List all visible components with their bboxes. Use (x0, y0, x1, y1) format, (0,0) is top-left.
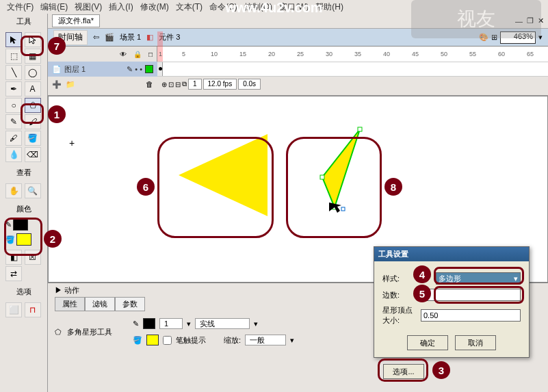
color-swap[interactable]: ⇄ (5, 266, 22, 281)
new-folder-icon[interactable]: 📁 (66, 80, 75, 89)
tool-eyedropper[interactable]: 💧 (5, 147, 22, 162)
fps-display: 12.0 fps (203, 79, 237, 90)
tool-selection[interactable] (5, 32, 22, 47)
tool-pen[interactable]: ✒ (5, 81, 22, 96)
watermark-text: www.4u2v.com (225, 0, 322, 16)
annotation-2: 2 (44, 230, 62, 248)
outline-icon[interactable]: □ (148, 51, 153, 58)
tool-name-label: 多角星形工具 (67, 327, 112, 337)
eye-icon[interactable]: 👁 (120, 51, 127, 58)
cancel-button[interactable]: 取消 (455, 335, 496, 350)
tool-zoom[interactable]: 🔍 (25, 183, 41, 198)
menu-view[interactable]: 视图(V) (72, 1, 105, 13)
registration-cross: + (69, 138, 75, 148)
scale-label: 缩放: (224, 335, 241, 345)
frame-strip[interactable] (157, 62, 548, 77)
time-display: 0.0s (238, 79, 261, 90)
scene-icon: 🎬 (105, 33, 114, 42)
menu-text[interactable]: 文本(T) (173, 1, 205, 13)
menu-file[interactable]: 文件(F) (4, 1, 36, 13)
onion-outline-icon[interactable]: ⊟ (175, 81, 181, 88)
timeline: 👁 🔒 □ 1 5 10 15 20 25 30 35 40 45 50 (48, 47, 548, 96)
tool-lasso[interactable]: ◯ (25, 65, 41, 80)
center-frame-icon[interactable]: ⊕ (161, 81, 167, 88)
layer-row[interactable]: 📄 图层 1 ✎ • • (48, 62, 157, 77)
document-tab[interactable]: 源文件.fla* (52, 14, 100, 27)
toolbox-header-view: 查看 (0, 165, 47, 181)
star-point-input[interactable] (421, 309, 521, 322)
toolbox-header-options: 选项 (0, 284, 47, 300)
ok-button[interactable]: 确定 (407, 335, 448, 350)
annotation-6: 6 (137, 178, 155, 196)
option-snap[interactable]: ⬜ (5, 302, 22, 317)
edit-multi-icon[interactable]: ⧉ (182, 80, 187, 88)
toolbox-header-colors: 颜色 (0, 201, 47, 217)
symbol-icon: ◧ (146, 33, 153, 42)
annotation-1: 1 (48, 105, 66, 123)
tool-hand[interactable]: ✋ (5, 183, 22, 198)
layer-name-text: 图层 1 (64, 64, 86, 75)
lock-icon[interactable]: 🔒 (133, 51, 142, 58)
onion-skin-icon[interactable]: ⊡ (168, 81, 174, 88)
sides-label: 边数: (382, 290, 415, 300)
scene-name[interactable]: 场景 1 (120, 32, 141, 42)
delete-layer-icon[interactable]: 🗑 (146, 80, 153, 88)
tool-paint-bucket[interactable]: 🪣 (25, 131, 41, 146)
menu-modify[interactable]: 修改(M) (138, 1, 172, 13)
annotation-4: 4 (413, 265, 431, 283)
svg-rect-2 (358, 127, 362, 131)
tool-text[interactable]: A (25, 81, 41, 96)
current-frame: 1 (188, 79, 202, 90)
option-magnet[interactable]: ⊓ (25, 302, 41, 317)
star-label: 星形顶点大小: (382, 305, 415, 326)
frame-ruler[interactable]: 1 5 10 15 20 25 30 35 40 45 50 55 60 65 (157, 47, 548, 62)
scale-select[interactable]: 一般 (245, 335, 286, 345)
layer-icon: 📄 (52, 65, 62, 74)
tool-pencil[interactable]: ✎ (5, 114, 22, 129)
tool-free-transform[interactable]: ⬚ (5, 49, 22, 64)
menu-edit[interactable]: 编辑(E) (38, 1, 70, 13)
toolbox-header-tools: 工具 (0, 14, 47, 29)
dialog-title: 工具设置 (374, 247, 529, 261)
props-stroke-swatch[interactable] (143, 318, 155, 329)
stroke-width-input[interactable]: 1 (159, 318, 183, 329)
menu-insert[interactable]: 插入(I) (106, 1, 135, 13)
tool-oval[interactable]: ○ (5, 98, 22, 113)
props-fill-icon: 🪣 (133, 336, 142, 345)
props-tab-filters[interactable]: 滤镜 (85, 297, 115, 311)
annotation-8: 8 (384, 178, 402, 196)
props-tab-properties[interactable]: 属性 (55, 297, 85, 311)
keyframe-1[interactable] (157, 62, 163, 76)
toolbox: 工具 ⬚ ▦ ╲ ◯ ✒ A ○ ⬠ ✎ 🖌 🖋 🪣 💧 ⌫ 查看 ✋ 🔍 颜色… (0, 14, 48, 392)
stroke-hinting-checkbox[interactable] (163, 336, 172, 345)
new-layer-icon[interactable]: ➕ (52, 80, 62, 89)
stroke-hinting-label: 笔触提示 (176, 335, 206, 345)
tool-ink-bottle[interactable]: 🖋 (5, 131, 22, 146)
watermark-logo: 视友 (411, 0, 541, 38)
annotation-5: 5 (413, 285, 431, 302)
annotation-7: 7 (48, 37, 66, 55)
tool-line[interactable]: ╲ (5, 65, 22, 80)
tool-eraser[interactable]: ⌫ (25, 147, 41, 162)
layer-color-swatch[interactable] (145, 65, 153, 73)
annotation-3: 3 (432, 361, 450, 379)
props-tab-params[interactable]: 参数 (115, 297, 145, 311)
stroke-style-select[interactable]: 实线 (195, 318, 250, 329)
props-fill-swatch[interactable] (146, 335, 159, 345)
polystar-icon: ⬠ (55, 328, 62, 337)
props-stroke-icon: ✎ (133, 319, 139, 328)
back-icon[interactable]: ⇦ (93, 33, 99, 42)
